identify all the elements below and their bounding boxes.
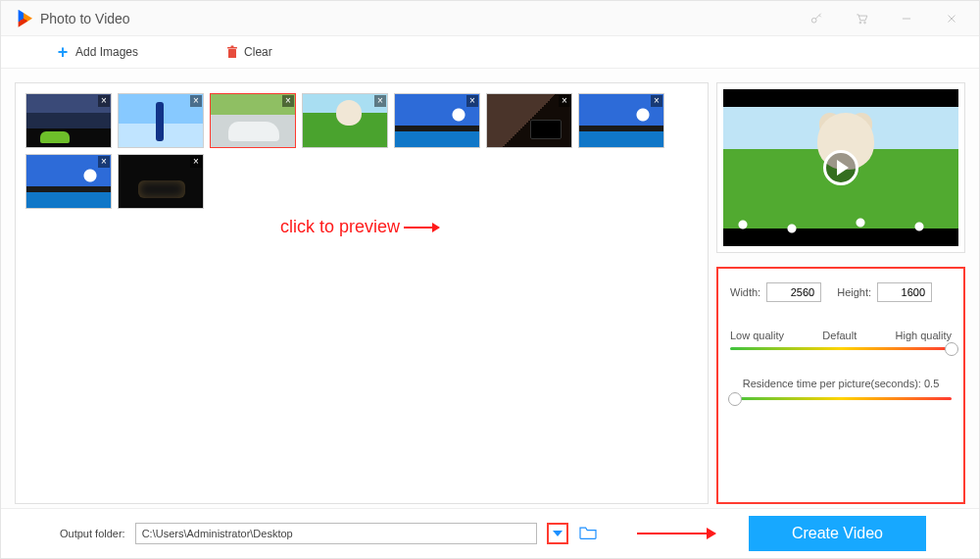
annotation-text: click to preview [280,217,400,237]
add-images-label: Add Images [75,45,138,59]
key-icon[interactable] [803,5,830,32]
thumbnail-item[interactable]: × [394,93,480,148]
thumbnail-item[interactable]: × [210,93,296,148]
thumbnail-item[interactable]: × [302,93,388,148]
thumbnail-remove-button[interactable]: × [559,95,570,107]
create-video-label: Create Video [792,525,883,542]
height-label: Height: [837,286,871,298]
right-pane: Width: Height: Low quality Default High … [716,82,965,504]
svg-rect-8 [231,46,234,48]
output-folder-label: Output folder: [60,528,125,539]
clear-button[interactable]: Clear [226,45,272,59]
footer: Output folder: Create Video [1,508,979,558]
title-bar: Photo to Video [1,1,979,36]
create-video-button[interactable]: Create Video [749,516,926,551]
thumbnail-remove-button[interactable]: × [98,156,110,168]
quality-block: Low quality Default High quality [730,330,952,350]
app-title: Photo to Video [40,11,130,26]
svg-point-2 [864,22,866,24]
plus-icon: + [56,45,70,59]
thumbnail-item[interactable]: × [25,93,112,148]
thumbnail-item[interactable]: × [25,154,112,209]
main-area: ××××××××× click to preview Width: Height… [1,69,979,508]
dimensions-row: Width: Height: [730,282,952,302]
settings-panel: Width: Height: Low quality Default High … [716,267,965,504]
annotation-click-to-preview: click to preview [280,217,439,237]
height-input[interactable] [877,282,932,302]
svg-rect-6 [228,49,236,58]
residence-label: Residence time per picture(seconds): 0.5 [730,378,952,389]
thumbnail-remove-button[interactable]: × [651,95,662,107]
svg-rect-7 [227,47,237,49]
thumbnail-item[interactable]: × [486,93,572,148]
thumbnail-remove-button[interactable]: × [282,95,294,107]
output-folder-input[interactable] [135,523,537,544]
thumbnail-remove-button[interactable]: × [190,95,202,107]
close-button[interactable] [938,5,965,32]
quality-high-label: High quality [896,330,952,341]
quality-default-label: Default [822,330,857,341]
toolbar: + Add Images Clear [1,36,979,69]
chevron-down-icon [553,531,563,536]
width-input[interactable] [766,282,821,302]
preview-box [716,82,965,253]
quality-low-label: Low quality [730,330,784,341]
system-buttons [803,5,965,32]
app-logo-icon [15,10,32,27]
thumbnail-remove-button[interactable]: × [98,95,110,107]
app-window: Photo to Video + Add Images Clea [0,0,980,559]
thumbnail-remove-button[interactable]: × [374,95,386,107]
svg-point-1 [859,22,861,24]
thumbnail-remove-button[interactable]: × [466,95,478,107]
quality-slider-knob[interactable] [945,342,958,356]
residence-slider[interactable] [730,397,952,400]
preview-video [723,89,958,246]
thumbnail-item[interactable]: × [578,93,664,148]
thumbnail-remove-button[interactable]: × [190,156,202,168]
thumbnail-item[interactable]: × [118,154,204,209]
clear-label: Clear [244,45,272,59]
residence-slider-knob[interactable] [728,392,742,406]
thumbnail-pane: ××××××××× click to preview [15,82,709,504]
thumbnail-item[interactable]: × [118,93,204,148]
quality-slider[interactable] [730,347,952,350]
annotation-arrow-icon [637,533,715,534]
trash-icon [226,45,238,59]
width-label: Width: [730,286,760,298]
browse-folder-button[interactable] [578,525,598,543]
residence-block: Residence time per picture(seconds): 0.5 [730,378,952,400]
cart-icon[interactable] [848,5,875,32]
play-button[interactable] [823,150,858,185]
thumbnail-grid: ××××××××× [25,93,698,209]
add-images-button[interactable]: + Add Images [56,45,138,59]
output-folder-dropdown[interactable] [547,523,568,544]
arrow-icon [404,227,439,229]
minimize-button[interactable] [893,5,920,32]
svg-point-0 [811,18,816,23]
